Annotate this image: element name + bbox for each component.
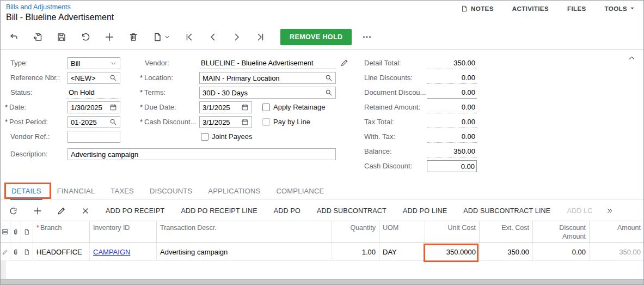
delete-button[interactable] bbox=[121, 29, 145, 45]
refresh-button[interactable] bbox=[2, 203, 26, 219]
cell-quantity[interactable]: 1.00 bbox=[332, 243, 379, 261]
inventory-id-link[interactable]: CAMPAIGN bbox=[93, 248, 130, 256]
chevron-right-icon bbox=[231, 32, 242, 43]
edit-row-button[interactable] bbox=[50, 203, 73, 219]
document-summary-form: Type: Bill Reference Nbr.: <NEW> Status:… bbox=[1, 50, 644, 182]
retained-amount-label: Retained Amount: bbox=[364, 103, 426, 111]
cell-amount: 350.00 bbox=[590, 243, 644, 261]
add-row-button[interactable] bbox=[26, 203, 50, 219]
tab-discounts[interactable]: DISCOUNTS bbox=[150, 182, 192, 200]
page-title: Bill - Blueline Advertisement bbox=[6, 13, 114, 22]
table-row[interactable]: HEADOFFICE CAMPAIGN Advertising campaign… bbox=[1, 243, 643, 261]
refresh-icon bbox=[9, 206, 19, 216]
tab-taxes[interactable]: TAXES bbox=[111, 182, 134, 200]
column-header-amount[interactable]: Amount bbox=[590, 221, 644, 243]
detail-total-value: 350.00 bbox=[427, 57, 477, 69]
cell-ext-cost[interactable]: 350.00 bbox=[480, 243, 533, 261]
note-page-icon bbox=[461, 5, 468, 13]
save-and-close-button[interactable] bbox=[26, 29, 50, 45]
attachment-column-header[interactable] bbox=[10, 221, 21, 243]
grid-toolbar: ADD PO RECEIPT ADD PO RECEIPT LINE ADD P… bbox=[1, 201, 643, 221]
tools-menu-button[interactable]: TOOLS bbox=[605, 5, 635, 12]
undo-icon bbox=[80, 32, 91, 43]
copy-paste-button[interactable] bbox=[145, 29, 177, 45]
collapse-summary-button[interactable] bbox=[628, 54, 636, 62]
tab-applications[interactable]: APPLICATIONS bbox=[208, 182, 260, 200]
last-record-button[interactable] bbox=[249, 29, 273, 45]
cell-discount-amount[interactable]: 0.00 bbox=[533, 243, 590, 261]
column-header-transaction-descr[interactable]: Transaction Descr. bbox=[157, 221, 332, 243]
activities-button[interactable]: ACTIVITIES bbox=[512, 5, 549, 12]
row-attachment-button[interactable] bbox=[10, 243, 21, 261]
notes-column-header[interactable] bbox=[21, 221, 33, 243]
toolbar-overflow-button[interactable] bbox=[600, 203, 619, 219]
add-new-button[interactable] bbox=[97, 29, 121, 45]
breadcrumb[interactable]: Bills and Adjustments bbox=[6, 3, 71, 11]
paperclip-icon bbox=[12, 228, 19, 235]
add-po-receipt-button[interactable]: ADD PO RECEIPT bbox=[97, 203, 173, 219]
chevron-down-icon bbox=[164, 34, 170, 40]
with-tax-value: 0.00 bbox=[427, 131, 477, 143]
grid-gutter bbox=[1, 261, 5, 279]
add-subcontract-line-button[interactable]: ADD SUBCONTRACT LINE bbox=[455, 203, 559, 219]
more-actions-button[interactable] bbox=[355, 29, 379, 45]
with-tax-label: With. Tax: bbox=[364, 132, 426, 141]
horizontal-scrollbar[interactable] bbox=[1, 279, 643, 284]
delete-row-button[interactable] bbox=[73, 203, 97, 219]
plus-icon bbox=[104, 32, 115, 43]
row-settings-column-header[interactable] bbox=[1, 221, 10, 243]
row-note-button[interactable] bbox=[21, 243, 33, 261]
first-record-button[interactable] bbox=[177, 29, 201, 45]
save-button[interactable] bbox=[50, 29, 73, 45]
column-header-unit-cost[interactable]: Unit Cost bbox=[425, 221, 480, 243]
add-po-receipt-line-button[interactable]: ADD PO RECEIPT LINE bbox=[173, 203, 265, 219]
x-icon bbox=[81, 206, 90, 216]
save-icon bbox=[56, 32, 67, 43]
next-record-button[interactable] bbox=[225, 29, 249, 45]
add-po-button[interactable]: ADD PO bbox=[266, 203, 309, 219]
retained-amount-value: 0.00 bbox=[427, 101, 477, 113]
tab-financial[interactable]: FINANCIAL bbox=[57, 182, 95, 200]
chevron-down-icon bbox=[630, 5, 635, 12]
back-button[interactable] bbox=[2, 29, 26, 45]
required-asterisk: * bbox=[36, 224, 39, 232]
previous-record-button[interactable] bbox=[201, 29, 225, 45]
paperclip-icon bbox=[12, 248, 19, 256]
cell-inventory-id[interactable]: CAMPAIGN bbox=[90, 243, 157, 261]
pencil-icon bbox=[2, 249, 8, 255]
column-header-inventory-id[interactable]: Inventory ID bbox=[90, 221, 157, 243]
column-header-quantity[interactable]: Quantity bbox=[332, 221, 379, 243]
files-button[interactable]: FILES bbox=[567, 5, 586, 12]
chevron-up-icon bbox=[628, 54, 636, 62]
cell-branch[interactable]: HEADOFFICE bbox=[33, 243, 90, 261]
cell-uom[interactable]: DAY bbox=[379, 243, 425, 261]
tax-total-value: 0.00 bbox=[427, 116, 477, 128]
add-po-line-button[interactable]: ADD PO LINE bbox=[395, 203, 455, 219]
document-discounts-value[interactable]: 0.00 bbox=[427, 87, 477, 99]
column-header-discount-amount[interactable]: Discount Amount bbox=[533, 221, 590, 243]
undo-button[interactable] bbox=[73, 29, 97, 45]
column-header-uom[interactable]: UOM bbox=[379, 221, 425, 243]
ellipsis-icon bbox=[361, 32, 372, 43]
tools-label: TOOLS bbox=[605, 5, 627, 12]
row-settings-icon bbox=[2, 228, 9, 235]
notes-button[interactable]: NOTES bbox=[461, 5, 494, 13]
tab-compliance[interactable]: COMPLIANCE bbox=[276, 182, 324, 200]
tab-details[interactable]: DETAILS bbox=[11, 182, 41, 200]
main-toolbar: REMOVE HOLD bbox=[1, 27, 643, 47]
detail-total-label: Detail Total: bbox=[364, 59, 426, 67]
cell-unit-cost[interactable]: 350.0000 bbox=[425, 243, 480, 261]
add-subcontract-button[interactable]: ADD SUBCONTRACT bbox=[309, 203, 395, 219]
remove-hold-button[interactable]: REMOVE HOLD bbox=[280, 29, 352, 45]
row-edit-indicator bbox=[1, 243, 10, 261]
last-record-icon bbox=[255, 32, 266, 43]
document-discounts-label: Document Discou... bbox=[364, 88, 426, 96]
tax-total-label: Tax Total: bbox=[364, 118, 426, 126]
column-header-ext-cost[interactable]: Ext. Cost bbox=[480, 221, 533, 243]
cash-discount-input[interactable]: 0.00 bbox=[427, 160, 477, 172]
add-lc-button: ADD LC bbox=[559, 203, 600, 219]
grid-header: *Branch Inventory ID Transaction Descr. … bbox=[1, 221, 643, 243]
column-header-branch[interactable]: *Branch bbox=[33, 221, 90, 243]
back-arrow-icon bbox=[8, 32, 19, 43]
cell-transaction-descr[interactable]: Advertising campaign bbox=[157, 243, 332, 261]
